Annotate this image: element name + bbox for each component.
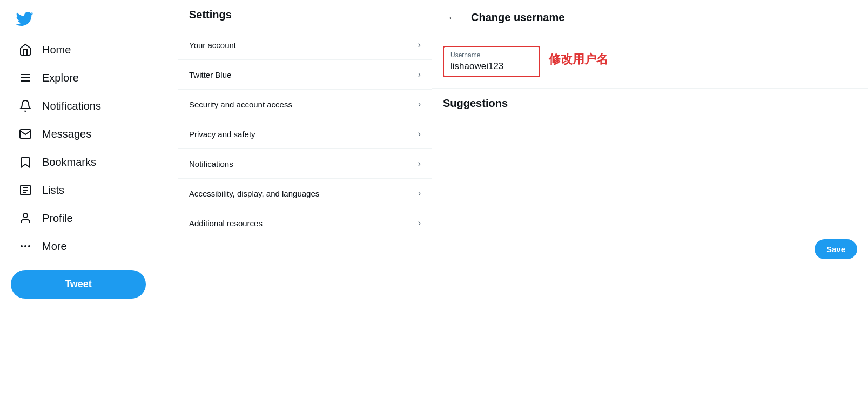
svg-point-9: [29, 246, 30, 247]
sidebar-item-explore[interactable]: Explore: [11, 65, 86, 91]
settings-panel: Settings Your account › Twitter Blue › S…: [178, 0, 432, 419]
profile-icon: [18, 212, 32, 225]
suggestions-section: Suggestions: [432, 88, 868, 123]
back-button[interactable]: ←: [443, 8, 462, 27]
save-button[interactable]: Save: [815, 239, 857, 259]
sidebar-item-lists[interactable]: Lists: [11, 177, 72, 203]
chevron-right-icon: ›: [418, 188, 421, 198]
settings-item-additional[interactable]: Additional resources ›: [178, 208, 432, 238]
change-username-panel: ← Change username Username lishaowei123 …: [432, 0, 868, 419]
sidebar-item-more-label: More: [42, 240, 67, 253]
svg-point-7: [23, 213, 28, 218]
username-input-wrapper[interactable]: Username lishaowei123: [443, 46, 540, 77]
save-button-container: Save: [432, 231, 868, 268]
chevron-right-icon: ›: [418, 129, 421, 139]
suggestions-title: Suggestions: [443, 97, 857, 110]
panel-title: Change username: [471, 11, 564, 24]
username-field-value: lishaowei123: [450, 61, 503, 71]
chevron-right-icon: ›: [418, 70, 421, 79]
annotation-text: 修改用户名: [549, 51, 608, 67]
mail-icon: [18, 127, 32, 140]
sidebar-item-messages[interactable]: Messages: [11, 121, 99, 147]
panel-header: ← Change username: [432, 0, 868, 35]
sidebar-item-home-label: Home: [42, 44, 71, 56]
sidebar-item-bookmarks-label: Bookmarks: [42, 156, 96, 168]
svg-point-8: [25, 246, 26, 247]
settings-item-twitter-blue[interactable]: Twitter Blue ›: [178, 60, 432, 90]
settings-item-notifications[interactable]: Notifications ›: [178, 149, 432, 179]
username-field-label: Username: [450, 51, 533, 59]
settings-item-your-account-label: Your account: [189, 40, 236, 50]
sidebar-item-profile-label: Profile: [42, 212, 73, 225]
sidebar-item-lists-label: Lists: [42, 184, 64, 197]
settings-item-accessibility[interactable]: Accessibility, display, and languages ›: [178, 179, 432, 208]
settings-item-notifications-label: Notifications: [189, 159, 233, 168]
sidebar-item-messages-label: Messages: [42, 128, 91, 140]
twitter-logo[interactable]: [11, 5, 38, 32]
sidebar-item-home[interactable]: Home: [11, 37, 78, 63]
bookmark-icon: [18, 156, 32, 168]
settings-item-privacy-label: Privacy and safety: [189, 130, 255, 139]
more-icon: [18, 240, 32, 253]
home-icon: [18, 43, 32, 56]
back-arrow-icon: ←: [447, 11, 458, 24]
chevron-right-icon: ›: [418, 40, 421, 50]
sidebar: Home Explore Notifications Messages Book…: [0, 0, 178, 419]
sidebar-item-explore-label: Explore: [42, 72, 79, 84]
tweet-button[interactable]: Tweet: [11, 270, 146, 299]
explore-icon: [18, 71, 32, 84]
settings-item-privacy[interactable]: Privacy and safety ›: [178, 119, 432, 149]
sidebar-item-notifications-label: Notifications: [42, 100, 101, 112]
settings-title: Settings: [178, 0, 432, 30]
bell-icon: [18, 99, 32, 112]
chevron-right-icon: ›: [418, 99, 421, 109]
twitter-bird-icon: [15, 10, 33, 28]
settings-item-twitter-blue-label: Twitter Blue: [189, 70, 231, 79]
sidebar-item-more[interactable]: More: [11, 233, 75, 259]
settings-item-your-account[interactable]: Your account ›: [178, 30, 432, 60]
sidebar-item-bookmarks[interactable]: Bookmarks: [11, 149, 104, 175]
settings-item-additional-label: Additional resources: [189, 219, 263, 228]
settings-item-security[interactable]: Security and account access ›: [178, 90, 432, 119]
username-input-section: Username lishaowei123 修改用户名: [432, 35, 868, 88]
settings-item-accessibility-label: Accessibility, display, and languages: [189, 189, 319, 198]
settings-item-security-label: Security and account access: [189, 100, 292, 109]
sidebar-item-profile[interactable]: Profile: [11, 205, 80, 231]
chevron-right-icon: ›: [418, 218, 421, 228]
svg-point-10: [21, 246, 22, 247]
list-icon: [18, 184, 32, 197]
sidebar-item-notifications[interactable]: Notifications: [11, 93, 109, 119]
chevron-right-icon: ›: [418, 159, 421, 168]
